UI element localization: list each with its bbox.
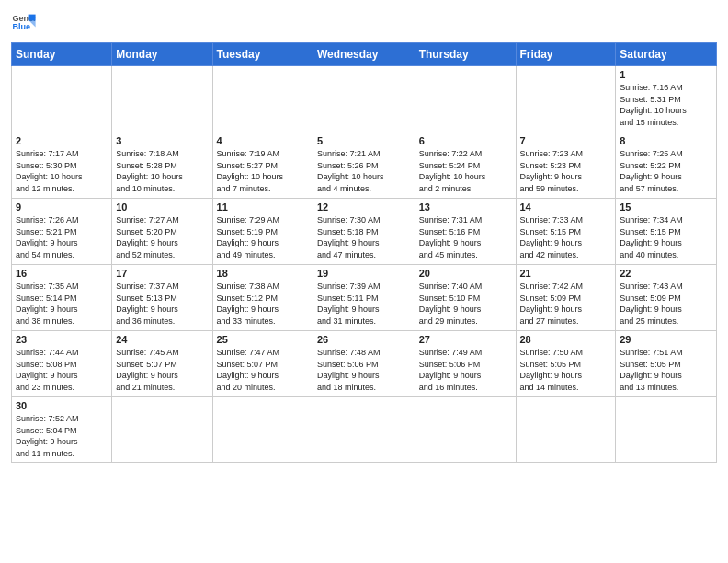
calendar-cell: 4Sunrise: 7:19 AM Sunset: 5:27 PM Daylig… bbox=[212, 132, 313, 199]
calendar-cell: 19Sunrise: 7:39 AM Sunset: 5:11 PM Dayli… bbox=[313, 265, 415, 331]
calendar-cell: 20Sunrise: 7:40 AM Sunset: 5:10 PM Dayli… bbox=[415, 265, 516, 331]
day-info: Sunrise: 7:19 AM Sunset: 5:27 PM Dayligh… bbox=[217, 148, 309, 194]
calendar-cell: 3Sunrise: 7:18 AM Sunset: 5:28 PM Daylig… bbox=[112, 132, 212, 199]
calendar-cell: 6Sunrise: 7:22 AM Sunset: 5:24 PM Daylig… bbox=[415, 132, 516, 199]
calendar-cell: 21Sunrise: 7:42 AM Sunset: 5:09 PM Dayli… bbox=[516, 265, 616, 331]
calendar-table: SundayMondayTuesdayWednesdayThursdayFrid… bbox=[11, 42, 717, 463]
calendar-week-row: 2Sunrise: 7:17 AM Sunset: 5:30 PM Daylig… bbox=[12, 132, 717, 199]
day-info: Sunrise: 7:40 AM Sunset: 5:10 PM Dayligh… bbox=[419, 281, 512, 327]
logo: General Blue bbox=[11, 9, 37, 35]
day-info: Sunrise: 7:30 AM Sunset: 5:18 PM Dayligh… bbox=[317, 214, 411, 260]
day-number: 6 bbox=[419, 135, 512, 146]
calendar-cell: 27Sunrise: 7:49 AM Sunset: 5:06 PM Dayli… bbox=[415, 331, 516, 397]
day-info: Sunrise: 7:47 AM Sunset: 5:07 PM Dayligh… bbox=[217, 347, 309, 393]
day-number: 22 bbox=[620, 268, 712, 279]
calendar-cell bbox=[616, 397, 717, 463]
day-info: Sunrise: 7:27 AM Sunset: 5:20 PM Dayligh… bbox=[116, 214, 208, 260]
calendar-cell: 26Sunrise: 7:48 AM Sunset: 5:06 PM Dayli… bbox=[313, 331, 415, 397]
day-info: Sunrise: 7:50 AM Sunset: 5:05 PM Dayligh… bbox=[520, 347, 612, 393]
calendar-cell bbox=[415, 397, 516, 463]
day-number: 23 bbox=[16, 334, 108, 345]
day-number: 5 bbox=[317, 135, 411, 146]
calendar-cell bbox=[212, 66, 313, 132]
day-info: Sunrise: 7:26 AM Sunset: 5:21 PM Dayligh… bbox=[16, 214, 108, 260]
calendar-cell: 9Sunrise: 7:26 AM Sunset: 5:21 PM Daylig… bbox=[12, 199, 112, 265]
calendar-cell: 25Sunrise: 7:47 AM Sunset: 5:07 PM Dayli… bbox=[212, 331, 313, 397]
day-number: 3 bbox=[116, 135, 208, 146]
day-number: 7 bbox=[520, 135, 612, 146]
day-number: 17 bbox=[116, 268, 208, 279]
day-number: 18 bbox=[217, 268, 309, 279]
calendar-week-row: 9Sunrise: 7:26 AM Sunset: 5:21 PM Daylig… bbox=[12, 199, 717, 265]
day-number: 15 bbox=[620, 201, 712, 213]
day-info: Sunrise: 7:52 AM Sunset: 5:04 PM Dayligh… bbox=[16, 413, 108, 459]
calendar-cell: 5Sunrise: 7:21 AM Sunset: 5:26 PM Daylig… bbox=[313, 132, 415, 199]
day-number: 2 bbox=[16, 135, 108, 146]
day-number: 30 bbox=[16, 400, 108, 411]
calendar-cell: 22Sunrise: 7:43 AM Sunset: 5:09 PM Dayli… bbox=[616, 265, 717, 331]
calendar-col-header-wednesday: Wednesday bbox=[313, 43, 415, 66]
calendar-cell bbox=[112, 66, 212, 132]
calendar-cell: 15Sunrise: 7:34 AM Sunset: 5:15 PM Dayli… bbox=[616, 199, 717, 265]
day-info: Sunrise: 7:49 AM Sunset: 5:06 PM Dayligh… bbox=[419, 347, 512, 393]
calendar-cell bbox=[112, 397, 212, 463]
calendar-cell: 18Sunrise: 7:38 AM Sunset: 5:12 PM Dayli… bbox=[212, 265, 313, 331]
day-info: Sunrise: 7:43 AM Sunset: 5:09 PM Dayligh… bbox=[620, 281, 712, 327]
calendar-col-header-thursday: Thursday bbox=[415, 43, 516, 66]
calendar-cell bbox=[516, 66, 616, 132]
day-number: 24 bbox=[116, 334, 208, 345]
day-info: Sunrise: 7:29 AM Sunset: 5:19 PM Dayligh… bbox=[217, 214, 309, 260]
day-info: Sunrise: 7:22 AM Sunset: 5:24 PM Dayligh… bbox=[419, 148, 512, 194]
calendar-cell: 12Sunrise: 7:30 AM Sunset: 5:18 PM Dayli… bbox=[313, 199, 415, 265]
calendar-cell: 14Sunrise: 7:33 AM Sunset: 5:15 PM Dayli… bbox=[516, 199, 616, 265]
day-info: Sunrise: 7:37 AM Sunset: 5:13 PM Dayligh… bbox=[116, 281, 208, 327]
calendar-cell bbox=[212, 397, 313, 463]
day-info: Sunrise: 7:33 AM Sunset: 5:15 PM Dayligh… bbox=[520, 214, 612, 260]
calendar-cell: 1Sunrise: 7:16 AM Sunset: 5:31 PM Daylig… bbox=[616, 66, 717, 132]
day-info: Sunrise: 7:35 AM Sunset: 5:14 PM Dayligh… bbox=[16, 281, 108, 327]
calendar-col-header-saturday: Saturday bbox=[616, 43, 717, 66]
day-info: Sunrise: 7:25 AM Sunset: 5:22 PM Dayligh… bbox=[620, 148, 712, 194]
day-info: Sunrise: 7:51 AM Sunset: 5:05 PM Dayligh… bbox=[620, 347, 712, 393]
day-number: 10 bbox=[116, 201, 208, 213]
calendar-week-row: 16Sunrise: 7:35 AM Sunset: 5:14 PM Dayli… bbox=[12, 265, 717, 331]
calendar-col-header-sunday: Sunday bbox=[12, 43, 112, 66]
svg-marker-2 bbox=[29, 15, 36, 21]
calendar-cell: 10Sunrise: 7:27 AM Sunset: 5:20 PM Dayli… bbox=[112, 199, 212, 265]
calendar-cell bbox=[516, 397, 616, 463]
calendar-cell: 2Sunrise: 7:17 AM Sunset: 5:30 PM Daylig… bbox=[12, 132, 112, 199]
page-container: General Blue SundayMondayTuesdayWednesda… bbox=[0, 0, 728, 472]
day-number: 12 bbox=[317, 201, 411, 213]
day-number: 1 bbox=[620, 69, 712, 80]
calendar-week-row: 1Sunrise: 7:16 AM Sunset: 5:31 PM Daylig… bbox=[12, 66, 717, 132]
day-info: Sunrise: 7:17 AM Sunset: 5:30 PM Dayligh… bbox=[16, 148, 108, 194]
calendar-cell bbox=[415, 66, 516, 132]
day-number: 19 bbox=[317, 268, 411, 279]
calendar-cell: 24Sunrise: 7:45 AM Sunset: 5:07 PM Dayli… bbox=[112, 331, 212, 397]
header: General Blue bbox=[11, 9, 717, 35]
day-info: Sunrise: 7:23 AM Sunset: 5:23 PM Dayligh… bbox=[520, 148, 612, 194]
day-info: Sunrise: 7:31 AM Sunset: 5:16 PM Dayligh… bbox=[419, 214, 512, 260]
day-number: 29 bbox=[620, 334, 712, 345]
day-number: 20 bbox=[419, 268, 512, 279]
calendar-cell bbox=[12, 66, 112, 132]
day-info: Sunrise: 7:34 AM Sunset: 5:15 PM Dayligh… bbox=[620, 214, 712, 260]
day-info: Sunrise: 7:42 AM Sunset: 5:09 PM Dayligh… bbox=[520, 281, 612, 327]
calendar-cell: 17Sunrise: 7:37 AM Sunset: 5:13 PM Dayli… bbox=[112, 265, 212, 331]
day-number: 16 bbox=[16, 268, 108, 279]
calendar-cell: 16Sunrise: 7:35 AM Sunset: 5:14 PM Dayli… bbox=[12, 265, 112, 331]
calendar-cell bbox=[313, 66, 415, 132]
calendar-cell: 30Sunrise: 7:52 AM Sunset: 5:04 PM Dayli… bbox=[12, 397, 112, 463]
day-number: 26 bbox=[317, 334, 411, 345]
calendar-week-row: 23Sunrise: 7:44 AM Sunset: 5:08 PM Dayli… bbox=[12, 331, 717, 397]
day-number: 14 bbox=[520, 201, 612, 213]
day-info: Sunrise: 7:18 AM Sunset: 5:28 PM Dayligh… bbox=[116, 148, 208, 194]
calendar-cell: 29Sunrise: 7:51 AM Sunset: 5:05 PM Dayli… bbox=[616, 331, 717, 397]
day-number: 21 bbox=[520, 268, 612, 279]
day-info: Sunrise: 7:45 AM Sunset: 5:07 PM Dayligh… bbox=[116, 347, 208, 393]
calendar-header-row: SundayMondayTuesdayWednesdayThursdayFrid… bbox=[12, 43, 717, 66]
day-info: Sunrise: 7:38 AM Sunset: 5:12 PM Dayligh… bbox=[217, 281, 309, 327]
logo-icon: General Blue bbox=[11, 9, 37, 35]
svg-text:Blue: Blue bbox=[12, 22, 30, 31]
calendar-col-header-friday: Friday bbox=[516, 43, 616, 66]
